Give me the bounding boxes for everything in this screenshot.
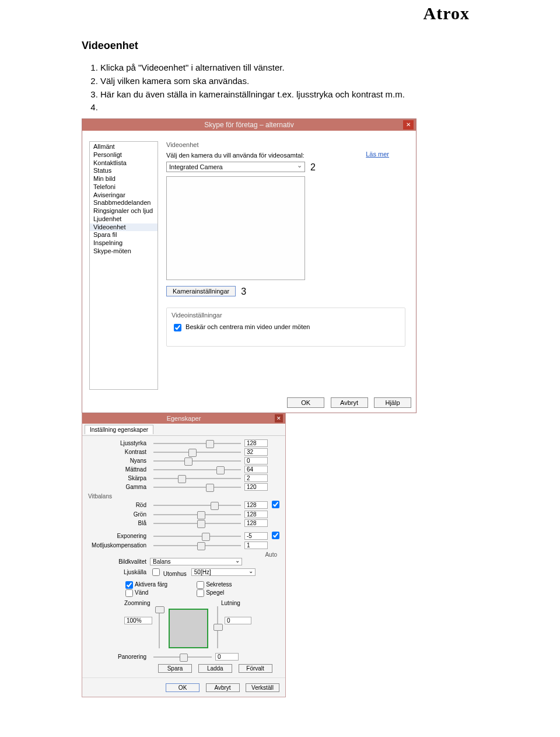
tilt-label: Lutning — [153, 600, 241, 606]
auto-column-header: Auto — [88, 551, 279, 558]
ok-button[interactable]: OK — [287, 397, 324, 408]
auto-checkbox[interactable] — [272, 501, 279, 508]
sidebar-item[interactable]: Status — [90, 167, 158, 175]
sidebar-item[interactable]: Telefoni — [90, 183, 158, 191]
section-heading: Videoenhet — [166, 141, 409, 148]
outdoor-label: Utomhus — [163, 571, 187, 577]
apply-button[interactable]: Verkställ — [246, 683, 279, 692]
slider-label: Nyans — [88, 457, 150, 464]
image-quality-select[interactable]: Balans — [150, 558, 242, 565]
slider-value[interactable]: 32 — [244, 448, 268, 456]
video-settings-heading: Videoinställningar — [172, 312, 400, 319]
options-dialog: Skype för företag – alternativ ✕ Allmänt… — [82, 118, 416, 413]
brand-logo: Atrox — [0, 0, 560, 23]
slider[interactable] — [153, 535, 241, 538]
zoom-preview — [169, 609, 208, 648]
dialog-title: Egenskaper — [167, 415, 201, 422]
slider[interactable] — [153, 504, 241, 507]
slider[interactable] — [153, 522, 241, 525]
slider[interactable] — [153, 485, 241, 489]
slider-value[interactable]: 0 — [244, 457, 268, 464]
sidebar-item[interactable]: Snabbmeddelanden — [90, 199, 158, 207]
sidebar-item[interactable]: Kontaktlista — [90, 159, 158, 167]
slider-label: Exponering — [88, 533, 150, 539]
instruction-step — [100, 101, 478, 114]
slider[interactable] — [153, 513, 241, 516]
pan-slider[interactable] — [153, 655, 212, 659]
slider-value[interactable]: 128 — [244, 439, 268, 447]
crop-center-checkbox[interactable] — [174, 324, 181, 331]
slider-label: Skärpa — [88, 475, 150, 481]
dialog-title-bar: Skype för företag – alternativ ✕ — [82, 119, 416, 131]
learn-more-link[interactable]: Läs mer — [366, 151, 389, 158]
slider-value[interactable]: 128 — [244, 501, 268, 509]
slider[interactable] — [153, 468, 241, 471]
sidebar-item[interactable]: Ljudenhet — [90, 215, 158, 223]
zoom-label: Zoomning — [124, 600, 153, 606]
slider-value[interactable]: 128 — [244, 519, 268, 527]
slider[interactable] — [153, 442, 241, 445]
cancel-button[interactable]: Avbryt — [331, 397, 368, 408]
slider-label: Blå — [88, 520, 150, 526]
slider[interactable] — [153, 450, 241, 454]
dialog-title-bar: Egenskaper ✕ — [82, 413, 285, 424]
camera-select[interactable]: Integrated Camera — [166, 162, 305, 172]
tilt-slider[interactable] — [214, 606, 221, 648]
ok-button[interactable]: OK — [166, 683, 200, 692]
close-button[interactable]: ✕ — [403, 120, 414, 130]
auto-checkbox[interactable] — [272, 532, 279, 539]
options-sidebar: AllmäntPersonligtKontaktlistaStatusMin b… — [89, 141, 158, 390]
sidebar-item[interactable]: Min bild — [90, 175, 158, 183]
help-button[interactable]: Hjälp — [374, 397, 411, 408]
sidebar-item[interactable]: Ringsignaler och ljud — [90, 207, 158, 215]
slider-label: Röd — [88, 502, 150, 508]
zoom-value[interactable]: 100% — [124, 617, 152, 624]
close-button[interactable]: ✕ — [275, 414, 283, 422]
load-button[interactable]: Ladda — [198, 664, 232, 673]
page-title: Videoenhet — [82, 40, 478, 52]
whitebalance-heading: Vitbalans — [88, 493, 279, 500]
save-button[interactable]: Spara — [158, 664, 192, 673]
slider-label: Ljusstyrka — [88, 440, 150, 446]
slider-value[interactable]: 2 — [244, 474, 268, 482]
instruction-step: Klicka på "Videoenhet" i alternativen ti… — [100, 61, 478, 74]
slider-value[interactable]: 120 — [244, 483, 268, 491]
pan-label: Panorering — [88, 654, 150, 660]
slider-label: Grön — [88, 511, 150, 518]
outdoor-checkbox[interactable] — [152, 568, 160, 576]
camera-preview — [166, 176, 305, 280]
slider-label: Motljuskompensation — [88, 542, 150, 549]
default-button[interactable]: Förvalt — [239, 664, 272, 673]
dialog-title: Skype för företag – alternativ — [204, 121, 293, 129]
slider-value[interactable]: 128 — [244, 511, 268, 518]
slider[interactable] — [153, 544, 241, 547]
slider-value[interactable]: 1 — [244, 542, 268, 549]
camera-settings-button[interactable]: Kamerainställningar — [166, 286, 236, 296]
sidebar-item[interactable]: Inspelning — [90, 239, 158, 247]
properties-dialog: Egenskaper ✕ Inställning egenskaper Ljus… — [82, 413, 286, 697]
slider[interactable] — [153, 477, 241, 480]
option-checkbox[interactable] — [197, 581, 204, 589]
sidebar-item[interactable]: Allmänt — [90, 143, 158, 151]
sidebar-item[interactable]: Videoenhet — [90, 223, 158, 232]
slider-value[interactable]: -5 — [244, 532, 268, 540]
cancel-button[interactable]: Avbryt — [206, 683, 240, 692]
slider-label: Gamma — [88, 484, 150, 490]
slider[interactable] — [153, 459, 241, 463]
option-checkbox[interactable] — [197, 589, 204, 597]
instruction-step: Här kan du även ställa in kamerainställn… — [100, 88, 478, 101]
options-main-pane: Läs mer Videoenhet Välj den kamera du vi… — [166, 141, 409, 390]
slider-label: Mättnad — [88, 466, 150, 473]
slider-value[interactable]: 64 — [244, 466, 268, 473]
option-checkbox[interactable] — [125, 581, 133, 589]
sidebar-item[interactable]: Spara fil — [90, 231, 158, 239]
pan-value[interactable]: 0 — [215, 653, 239, 661]
sidebar-item[interactable]: Aviseringar — [90, 191, 158, 200]
sidebar-item[interactable]: Personligt — [90, 151, 158, 159]
light-source-select[interactable]: 50[Hz] — [191, 568, 256, 576]
option-checkbox[interactable] — [125, 589, 133, 597]
sidebar-item[interactable]: Skype-möten — [90, 247, 158, 256]
zoom-slider[interactable] — [156, 606, 163, 648]
tab-settings[interactable]: Inställning egenskaper — [85, 425, 153, 434]
tilt-value[interactable]: 0 — [225, 617, 251, 624]
